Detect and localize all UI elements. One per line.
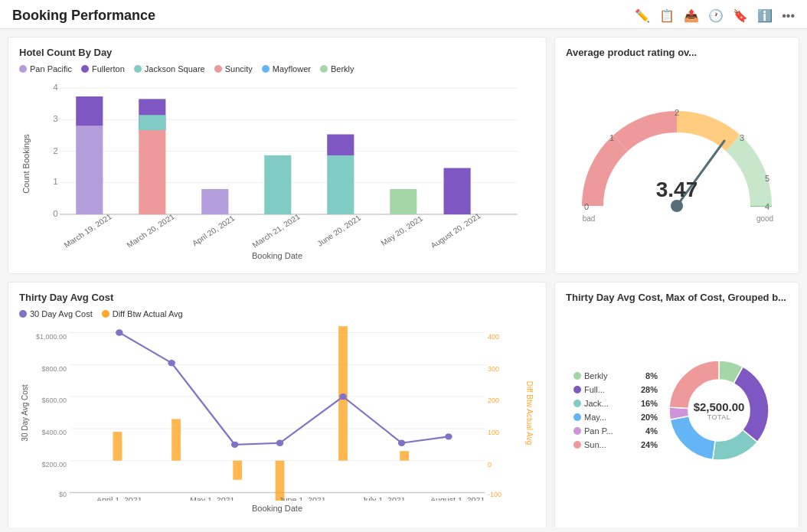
donut-legend: Berkly 8% Full... 28% Jack... 16% May...… <box>573 371 658 449</box>
svg-text:$0: $0 <box>59 491 67 498</box>
donut-card: Thirty Day Avg Cost, Max of Cost, Groupe… <box>554 282 799 527</box>
donut-legend-item: Sun... 24% <box>573 440 658 449</box>
legend-item: Pan Pacific <box>19 64 72 73</box>
svg-point-61 <box>276 440 283 446</box>
bar-y-axis-label: Count Bookings <box>21 134 31 194</box>
donut-legend-item: Jack... 16% <box>573 399 658 408</box>
svg-text:2: 2 <box>53 146 58 155</box>
bookmark-icon[interactable]: 🔖 <box>733 8 748 23</box>
hotel-count-svg: 4 3 2 1 0 <box>33 80 535 248</box>
svg-text:$1,000.00: $1,000.00 <box>36 333 67 341</box>
dashboard: Hotel Count By Day Pan PacificFullertonJ… <box>0 29 807 527</box>
legend-item: 30 Day Avg Cost <box>19 309 93 318</box>
svg-text:0: 0 <box>488 461 492 468</box>
svg-text:bad: bad <box>583 214 596 223</box>
svg-text:May 1, 2021: May 1, 2021 <box>190 496 235 501</box>
svg-text:3.47: 3.47 <box>656 178 698 201</box>
line-x-label: Booking Date <box>19 504 535 513</box>
svg-rect-55 <box>276 461 285 501</box>
svg-text:April 1, 2021: April 1, 2021 <box>96 496 142 501</box>
line-chart-svg: April 1, 2021 May 1, 2021 June 1, 2021 J… <box>70 325 485 501</box>
svg-text:$600.00: $600.00 <box>42 397 67 404</box>
svg-point-59 <box>168 360 175 366</box>
legend-item: Berkly <box>320 64 354 73</box>
legend-item: Fullerton <box>81 64 125 73</box>
svg-text:good: good <box>756 214 773 223</box>
donut-legend-item: Berkly 8% <box>573 371 658 380</box>
page-header: Booking Performance ✏️ 📋 📤 🕐 🔖 ℹ️ ••• <box>0 0 807 29</box>
svg-text:May 20, 2021: May 20, 2021 <box>379 214 424 247</box>
y-right-axis: 400 300 200 100 0 -100 <box>485 325 523 501</box>
donut-center: $2,500.00 TOTAL <box>694 400 745 421</box>
donut-svg-container: $2,500.00 TOTAL <box>658 349 780 472</box>
svg-text:April 20, 2021: April 20, 2021 <box>191 214 237 247</box>
svg-text:March 19, 2021: March 19, 2021 <box>62 212 113 248</box>
svg-point-60 <box>231 442 238 448</box>
donut-legend-item: Full... 28% <box>573 385 658 394</box>
svg-text:0: 0 <box>584 202 589 211</box>
donut-area: Berkly 8% Full... 28% Jack... 16% May...… <box>566 309 788 511</box>
page-title: Booking Performance <box>12 8 155 24</box>
gauge-card: Average product rating ov... <box>554 37 799 274</box>
hotel-count-chart-card: Hotel Count By Day Pan PacificFullertonJ… <box>8 37 547 274</box>
donut-legend-item: May... 20% <box>573 413 658 422</box>
svg-text:100: 100 <box>488 429 499 436</box>
svg-text:1: 1 <box>53 178 58 187</box>
y-left-axis: $1,000.00 $800.00 $600.00 $400.00 $200.0… <box>31 325 70 501</box>
svg-text:4: 4 <box>53 83 58 93</box>
donut-legend-item: Pan P... 4% <box>573 426 658 436</box>
svg-rect-17 <box>264 155 291 214</box>
pencil-icon[interactable]: ✏️ <box>635 8 650 23</box>
svg-rect-12 <box>76 96 103 126</box>
svg-text:200: 200 <box>488 397 499 404</box>
svg-rect-11 <box>76 126 103 215</box>
svg-text:August 1, 2021: August 1, 2021 <box>430 496 485 501</box>
thirty-day-legend: 30 Day Avg CostDiff Btw Actual Avg <box>19 309 535 318</box>
legend-item: Diff Btw Actual Avg <box>102 309 183 318</box>
more-icon[interactable]: ••• <box>782 9 795 23</box>
svg-text:300: 300 <box>488 364 499 372</box>
donut-title: Thirty Day Avg Cost, Max of Cost, Groupe… <box>566 292 788 303</box>
clock-icon[interactable]: 🕐 <box>708 8 724 23</box>
svg-point-64 <box>445 433 452 439</box>
gauge-title: Average product rating ov... <box>566 47 788 58</box>
svg-text:3: 3 <box>740 133 744 142</box>
header-toolbar: ✏️ 📋 📤 🕐 🔖 ℹ️ ••• <box>635 8 795 23</box>
svg-point-30 <box>671 200 683 212</box>
svg-rect-13 <box>139 130 165 214</box>
svg-rect-15 <box>139 115 165 130</box>
svg-text:$400.00: $400.00 <box>42 429 67 436</box>
svg-text:5: 5 <box>765 174 769 183</box>
svg-text:June 1, 2021: June 1, 2021 <box>279 496 326 501</box>
svg-rect-54 <box>233 461 242 480</box>
svg-rect-53 <box>172 419 181 460</box>
gauge-svg: 3.47 0 1 2 3 4 bad good 5 <box>570 99 784 229</box>
svg-text:June 20, 2021: June 20, 2021 <box>315 214 362 248</box>
svg-text:March 21, 2021: March 21, 2021 <box>250 212 302 248</box>
thirty-day-avg-card: Thirty Day Avg Cost 30 Day Avg CostDiff … <box>8 282 547 527</box>
svg-rect-21 <box>444 168 471 215</box>
svg-rect-20 <box>390 189 417 214</box>
legend-item: Jackson Square <box>134 64 205 73</box>
svg-point-63 <box>398 440 405 446</box>
svg-text:August 20, 2021: August 20, 2021 <box>429 211 482 248</box>
info-icon[interactable]: ℹ️ <box>757 8 773 23</box>
legend-item: Mayflower <box>262 64 311 73</box>
svg-point-62 <box>339 393 346 400</box>
share-icon[interactable]: 📤 <box>684 8 699 23</box>
hotel-count-legend: Pan PacificFullertonJackson SquareSuncit… <box>19 64 535 73</box>
svg-text:0: 0 <box>53 210 58 219</box>
svg-text:4: 4 <box>765 202 769 211</box>
line-y-right-label: Diff Btw Actual Avg <box>526 380 534 445</box>
copy-icon[interactable]: 📋 <box>659 8 675 23</box>
svg-text:3: 3 <box>53 114 58 123</box>
svg-rect-52 <box>113 432 123 461</box>
svg-text:400: 400 <box>488 333 499 341</box>
svg-text:March 20, 2021: March 20, 2021 <box>125 212 176 248</box>
donut-segment <box>670 416 715 459</box>
svg-text:July 1, 2021: July 1, 2021 <box>361 496 406 501</box>
gauge-area: 3.47 0 1 2 3 4 bad good 5 <box>566 64 788 263</box>
bar-x-axis-label: Booking Date <box>19 251 535 260</box>
thirty-day-title: Thirty Day Avg Cost <box>19 292 535 303</box>
donut-total-label: TOTAL <box>694 413 745 421</box>
